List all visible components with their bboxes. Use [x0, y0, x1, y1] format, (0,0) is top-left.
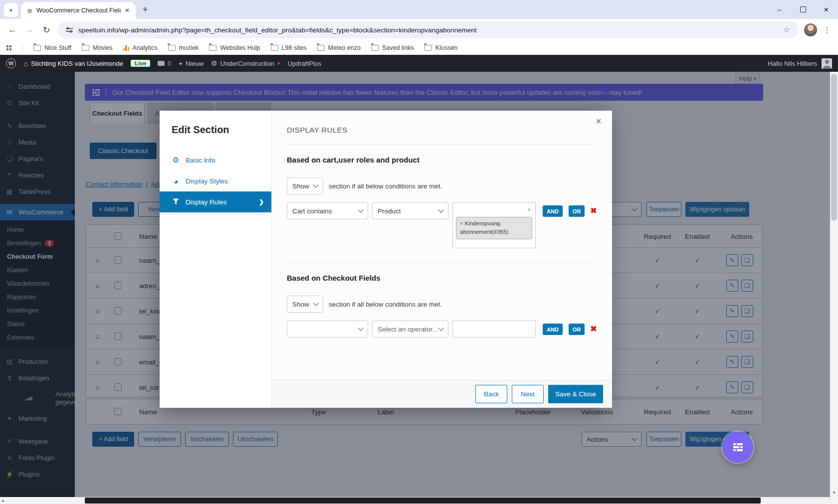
bookmark-meteo-enzo[interactable]: Meteo enzo	[317, 44, 361, 51]
live-badge[interactable]: Live	[131, 60, 150, 67]
comments-icon	[158, 61, 165, 66]
vertical-scrollbar-thumb[interactable]	[831, 74, 837, 221]
bookmark-saved-links[interactable]: Saved links	[371, 44, 414, 51]
tab-search-button[interactable]: ▾	[4, 3, 18, 17]
new-tab-button[interactable]: +	[138, 2, 153, 17]
bookmark-websites-hulp[interactable]: Websites Hulp	[209, 44, 260, 51]
rule-value-multiselect[interactable]: × ×Kinderopvang abonnement(#355)	[452, 202, 536, 248]
back-button[interactable]: Back	[475, 385, 507, 403]
forward-icon[interactable]: →	[24, 25, 35, 35]
remove-chip-icon[interactable]: ×	[460, 220, 463, 226]
nav-display-styles[interactable]: ◕ Display Styles	[160, 170, 271, 191]
edit-section-modal: Edit Section ⚙ Basic Info ◕ Display Styl…	[160, 111, 608, 408]
admin-bar-updraftplus[interactable]: UpdraftPlus	[287, 60, 321, 67]
chevron-down-icon	[438, 325, 443, 331]
nav-display-rules[interactable]: Display Rules ❯	[160, 191, 271, 212]
modal-footer: Back Next Save & Close	[272, 380, 612, 408]
admin-bar-new[interactable]: + Nieuw	[179, 60, 204, 67]
rule-operator-select[interactable]: Select an operator...	[372, 321, 448, 337]
bookmark-star-icon[interactable]: ☆	[784, 25, 790, 34]
bookmark-klussen[interactable]: Klussen	[424, 44, 457, 51]
rule-field-select[interactable]	[287, 321, 368, 337]
clear-values-icon[interactable]: ×	[527, 206, 531, 213]
bookmark-analytics[interactable]: Analytics	[123, 44, 158, 51]
chevron-down-icon	[438, 207, 443, 212]
next-button[interactable]: Next	[512, 385, 544, 403]
greeting: Hallo Nils Hilbers	[768, 60, 817, 67]
plus-icon: +	[179, 60, 183, 67]
horizontal-scrollbar-thumb[interactable]	[85, 498, 761, 504]
folder-icon	[168, 45, 176, 51]
save-close-button[interactable]: Save & Close	[548, 385, 603, 403]
bookmarks-divider	[22, 44, 23, 52]
apps-grid-icon[interactable]	[6, 45, 12, 51]
status-dot-icon: ●	[277, 61, 280, 66]
rule-operator-select[interactable]: Product	[372, 202, 448, 219]
show-condition-row: Show section if all below conditions are…	[287, 296, 597, 313]
new-label: Nieuw	[186, 60, 204, 67]
profile-avatar[interactable]	[804, 23, 817, 36]
folder-icon	[317, 45, 325, 51]
url-text[interactable]: speeltuin.info/wp-admin/admin.php?page=t…	[78, 26, 778, 34]
checkout-field-editor-fab-button[interactable]	[722, 432, 753, 463]
condition-text: section if all below conditions are met.	[329, 301, 442, 308]
browser-menu-icon[interactable]: ⋮	[823, 25, 831, 35]
vertical-scrollbar[interactable]: ▾	[830, 72, 838, 497]
analytics-icon	[123, 45, 129, 51]
remove-rule-icon[interactable]: ✖	[590, 206, 597, 215]
reload-icon[interactable]: ↻	[41, 25, 52, 35]
scroll-left-icon[interactable]: ◂	[1, 498, 4, 503]
restore-button[interactable]	[791, 0, 815, 19]
modal-section-title: DISPLAY RULES	[287, 126, 597, 134]
restore-icon	[800, 6, 806, 12]
modal-close-icon[interactable]: ✕	[595, 117, 602, 126]
comments-count: 0	[168, 60, 171, 67]
show-select[interactable]: Show	[287, 296, 323, 313]
rule-field-select[interactable]: Cart contains	[287, 202, 368, 219]
admin-bar-comments[interactable]: 0	[158, 60, 171, 67]
bookmarks-bar: Nice Stuff Movies Analytics muziek Websi…	[0, 41, 838, 55]
show-select[interactable]: Show	[287, 177, 323, 194]
tab-close-icon[interactable]: ✕	[125, 7, 130, 14]
field-rule-row: Select an operator... AND OR ✖	[287, 321, 597, 337]
or-button[interactable]: OR	[569, 205, 585, 217]
site-settings-icon[interactable]	[66, 27, 73, 33]
admin-bar-account[interactable]: Hallo Nils Hilbers	[768, 58, 832, 69]
scroll-down-icon[interactable]: ▾	[830, 490, 838, 495]
cart-rules-heading: Based on cart,user roles and product	[287, 156, 597, 164]
bookmark-l98-sites[interactable]: L98 sites	[271, 44, 307, 51]
modal-title: Edit Section	[160, 111, 271, 150]
nav-basic-info[interactable]: ⚙ Basic Info	[160, 150, 271, 170]
rule-value-input[interactable]	[452, 321, 536, 337]
wordpress-logo-icon[interactable]: W	[6, 58, 16, 68]
and-button[interactable]: AND	[543, 324, 563, 335]
remove-rule-icon[interactable]: ✖	[590, 324, 597, 334]
tab-title: WooCommerce Checkout Field	[36, 7, 121, 14]
folder-icon	[371, 45, 379, 51]
minimize-button[interactable]: –	[768, 0, 791, 19]
chevron-down-icon	[358, 325, 363, 331]
scrollbar-corner	[830, 497, 838, 504]
bookmark-nice-stuff[interactable]: Nice Stuff	[33, 44, 71, 51]
selected-product-chip[interactable]: ×Kinderopvang abonnement(#355)	[456, 217, 532, 239]
globe-favicon-icon: ⊕	[27, 7, 32, 14]
browser-tab[interactable]: ⊕ WooCommerce Checkout Field ✕	[21, 2, 136, 19]
and-button[interactable]: AND	[543, 205, 563, 217]
close-window-button[interactable]: ✕	[815, 0, 838, 19]
bookmark-movies[interactable]: Movies	[82, 44, 113, 51]
bookmark-muziek[interactable]: muziek	[168, 44, 199, 51]
home-icon: ⌂	[23, 59, 28, 68]
admin-bar-underconstruction[interactable]: ⚙ UnderConstruction ●	[211, 59, 280, 67]
back-icon[interactable]: ←	[7, 25, 18, 35]
browser-toolbar: ← → ↻ speeltuin.info/wp-admin/admin.php?…	[0, 19, 838, 41]
user-avatar	[822, 58, 832, 69]
or-button[interactable]: OR	[569, 324, 585, 335]
horizontal-scrollbar[interactable]: ◂	[0, 497, 838, 504]
modal-body: ✕ DISPLAY RULES Based on cart,user roles…	[272, 111, 612, 408]
url-bar[interactable]: speeltuin.info/wp-admin/admin.php?page=t…	[58, 21, 798, 38]
page-layout: ◔Dashboard GSite Kit ✎Berichten ♫Media ❏…	[0, 72, 838, 504]
folder-icon	[33, 45, 41, 51]
divider	[287, 262, 597, 263]
gear-icon: ⚙	[172, 156, 180, 165]
admin-bar-site-link[interactable]: ⌂ Stichting KIDS van IJsselmonde	[23, 59, 123, 68]
